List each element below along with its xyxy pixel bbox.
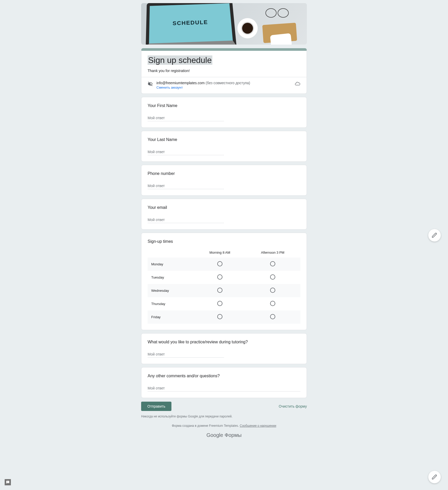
grid-radio[interactable] [217, 314, 222, 319]
domain-info: Форма создана в домене Freemium Template… [141, 424, 307, 428]
banner-phone-illustration [270, 33, 292, 45]
clear-form-link[interactable]: Очистить форму [279, 404, 307, 408]
last-name-input[interactable] [148, 149, 224, 155]
first-name-input[interactable] [148, 115, 224, 121]
grid-radio[interactable] [217, 274, 222, 280]
edit-form-fab-bottom[interactable] [428, 471, 441, 483]
question-comments: Any other comments and/or questions? [141, 367, 307, 398]
grid-radio[interactable] [270, 274, 275, 280]
grid-col-1: Afternoon 3 PM [245, 247, 300, 258]
grid-row-label: Monday [148, 258, 195, 271]
grid-radio[interactable] [270, 261, 275, 266]
report-problem-button[interactable] [5, 479, 11, 485]
signup-times-label: Sign-up times [148, 239, 300, 244]
phone-label: Phone number [148, 171, 300, 176]
cloud-save-icon [295, 81, 300, 87]
submit-button[interactable]: Отправить [141, 402, 171, 411]
comments-input[interactable] [148, 385, 300, 392]
signup-times-grid: Morning 8 AM Afternoon 3 PM MondayTuesda… [148, 247, 300, 324]
grid-row: Wednesday [148, 284, 300, 297]
practice-input[interactable] [148, 351, 224, 358]
question-phone: Phone number [141, 165, 307, 196]
grid-row: Monday [148, 258, 300, 271]
grid-radio[interactable] [217, 261, 222, 266]
report-icon [6, 480, 10, 484]
grid-radio[interactable] [270, 301, 275, 306]
first-name-label: Your First Name [148, 103, 300, 108]
question-last-name: Your Last Name [141, 131, 307, 162]
pencil-icon [432, 232, 437, 238]
grid-col-0: Morning 8 AM [195, 247, 245, 258]
phone-input[interactable] [148, 183, 224, 189]
form-header-card: Sign up schedule Thank you for registrat… [141, 48, 307, 94]
email-input[interactable] [148, 217, 224, 223]
form-footer: Отправить Очистить форму [141, 402, 307, 411]
google-forms-logo[interactable]: Google Формы [141, 432, 307, 438]
grid-row-label: Thursday [148, 297, 195, 310]
grid-radio[interactable] [270, 314, 275, 319]
question-practice: What would you like to practice/review d… [141, 333, 307, 364]
question-email: Your email [141, 199, 307, 230]
report-abuse-link[interactable]: Сообщение о нарушении [240, 424, 276, 428]
banner-screen-text: SCHEDULE [149, 3, 233, 44]
account-shared-note: (без совместного доступа) [206, 81, 250, 85]
form-title: Sign up schedule [148, 55, 212, 65]
account-email: info@freemiumtemplates.com [156, 81, 205, 85]
grid-row-label: Friday [148, 310, 195, 324]
form-banner: SCHEDULE [141, 3, 307, 45]
domain-prefix: Форма создана в домене Freemium Template… [172, 424, 240, 428]
form-description: Thank you for registration! [148, 69, 300, 73]
edit-form-fab[interactable] [428, 229, 441, 242]
last-name-label: Your Last Name [148, 137, 300, 142]
comments-label: Any other comments and/or questions? [148, 374, 300, 378]
logo-product: Формы [223, 432, 242, 438]
question-first-name: Your First Name [141, 97, 307, 128]
grid-row: Thursday [148, 297, 300, 310]
grid-row-label: Wednesday [148, 284, 195, 297]
logo-brand: Google [206, 432, 223, 438]
grid-row-label: Tuesday [148, 271, 195, 284]
banner-coffee-illustration [237, 18, 258, 38]
pencil-icon [432, 474, 437, 480]
switch-account-link[interactable]: Сменить аккаунт [156, 86, 183, 89]
grid-radio[interactable] [217, 288, 222, 293]
email-label: Your email [148, 205, 300, 210]
grid-radio[interactable] [270, 288, 275, 293]
banner-glasses-illustration [265, 8, 289, 18]
question-signup-times: Sign-up times Morning 8 AM Afternoon 3 P… [141, 233, 307, 330]
visibility-off-icon [148, 81, 153, 87]
grid-row: Friday [148, 310, 300, 324]
account-bar: info@freemiumtemplates.com (без совместн… [141, 77, 307, 94]
practice-label: What would you like to practice/review d… [148, 340, 300, 344]
grid-row: Tuesday [148, 271, 300, 284]
password-disclaimer: Никогда не используйте формы Google для … [141, 415, 307, 418]
grid-radio[interactable] [217, 301, 222, 306]
